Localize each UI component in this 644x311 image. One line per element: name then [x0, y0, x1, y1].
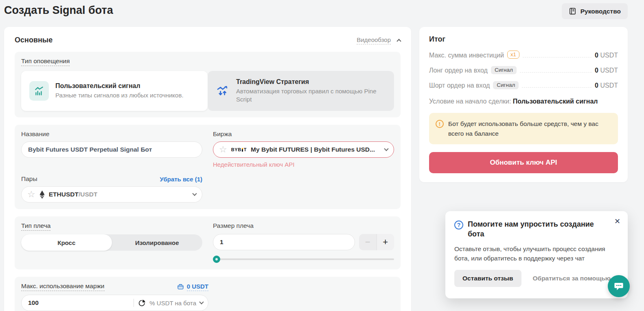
guide-book-icon	[569, 7, 576, 15]
bot-name-field	[21, 141, 202, 158]
balance-warning-banner: ! Бот будет использовать больше средств,…	[429, 113, 618, 144]
close-icon[interactable]: ✕	[614, 217, 620, 226]
summary-row-short-order: Шорт ордер на вход Сигнал 0 USDT	[429, 81, 618, 89]
field-divider	[134, 299, 134, 307]
feedback-popup: ✕ ? Помогите нам упростить создание бота…	[445, 211, 628, 298]
margin-usage-label: Макс. использование маржи	[21, 282, 105, 291]
alert-option-title: Пользовательский сигнал	[55, 82, 184, 90]
clear-all-pairs-link[interactable]: Убрать все (1)	[160, 176, 203, 183]
signal-badge: Сигнал	[491, 66, 517, 74]
question-circle-icon: ?	[454, 221, 463, 229]
feedback-title: Помогите нам упростить создание бота	[468, 219, 607, 239]
leverage-stepper: − +	[359, 234, 394, 250]
section-title: Основные	[15, 36, 53, 44]
margin-unit-select[interactable]: % USDT на бота	[138, 299, 203, 307]
alert-type-section: Тип оповещения Пользовательский сигнал Р…	[15, 52, 401, 117]
pairs-field-label: Пары	[21, 175, 37, 183]
slider-track[interactable]	[213, 258, 394, 260]
leverage-size-label: Размер плеча	[213, 222, 254, 230]
margin-usage-field: % USDT на бота	[21, 295, 208, 311]
name-field-label: Название	[21, 130, 49, 138]
exchange-select-value: My Bybit FUTURES | Bybit Futures USD...	[251, 146, 375, 153]
dotted-leader	[522, 87, 591, 88]
main-card-header: Основные Видеообзор	[15, 36, 401, 44]
available-balance-link[interactable]: 0 USDT	[177, 283, 208, 291]
favorite-star-icon[interactable]: ☆	[27, 190, 35, 199]
tradingview-strategy-icon	[216, 84, 230, 97]
summary-row-long-order: Лонг ордер на вход Сигнал 0 USDT	[429, 66, 618, 74]
summary-row-max-investment: Макс. сумма инвестиций x1 0 USDT	[429, 51, 618, 59]
deal-start-condition: Условие на начало сделки: Пользовательск…	[429, 97, 618, 106]
available-balance-value[interactable]: 0 USDT	[187, 283, 208, 291]
warning-text: Бот будет использовать больше средств, ч…	[448, 119, 611, 138]
chevron-down-icon	[192, 191, 197, 196]
summary-card: Итог Макс. сумма инвестиций x1 0 USDT Ло…	[419, 27, 628, 182]
collapse-chevron-up-icon[interactable]	[396, 39, 401, 43]
warning-icon: !	[436, 120, 444, 128]
get-help-button[interactable]: Обратиться за помощью	[533, 275, 611, 282]
pair-select-value: ETHUSDT/USDT	[49, 191, 98, 198]
feedback-body-text: Оставьте отзыв, чтобы улучшить процесс с…	[454, 245, 619, 263]
alert-type-option-tradingview[interactable]: TradingView Стратегия Автоматизация торг…	[208, 71, 394, 111]
leverage-type-label: Тип плеча	[21, 222, 50, 231]
bybit-logo: BYBT	[231, 147, 247, 152]
leverage-size-input[interactable]	[220, 238, 348, 246]
leverage-cross-option[interactable]: Кросс	[21, 234, 112, 251]
wallet-icon	[177, 283, 184, 290]
support-chat-button[interactable]	[608, 275, 630, 297]
summary-title: Итог	[429, 35, 618, 44]
slider-thumb[interactable]	[213, 256, 220, 263]
alert-option-title: TradingView Стратегия	[236, 78, 386, 86]
margin-section: Макс. использование маржи 0 USDT	[15, 277, 401, 311]
pair-select[interactable]: ☆ ETHUSDT/USDT	[21, 186, 202, 203]
leverage-decrease-button[interactable]: −	[359, 234, 377, 250]
exchange-field-label: Биржа	[213, 130, 232, 138]
leverage-increase-button[interactable]: +	[377, 234, 394, 250]
video-overview-link[interactable]: Видеообзор	[357, 36, 391, 44]
leverage-type-toggle: Кросс Изолированое	[21, 234, 202, 251]
alert-type-label: Тип оповещения	[21, 57, 70, 66]
dotted-leader	[520, 72, 591, 73]
guide-button[interactable]: Руководство	[562, 3, 628, 19]
multiplier-badge: x1	[507, 51, 519, 59]
leverage-size-field	[213, 234, 355, 250]
margin-unit-value: % USDT на бота	[149, 300, 196, 307]
alert-option-desc: Разные типы сигналов из любых источников…	[55, 91, 184, 99]
leverage-slider[interactable]	[213, 256, 394, 263]
leave-review-button[interactable]: Оставить отзыв	[454, 270, 521, 287]
alert-type-option-custom-signal[interactable]: Пользовательский сигнал Разные типы сигн…	[21, 71, 208, 111]
pie-chart-icon	[138, 299, 146, 307]
signal-badge: Сигнал	[493, 81, 519, 89]
favorite-star-icon[interactable]: ☆	[219, 145, 227, 154]
update-api-key-button[interactable]: Обновить ключ API	[429, 152, 618, 173]
chevron-down-icon	[199, 300, 204, 304]
bybit-logo-i-icon	[242, 148, 243, 152]
exchange-select[interactable]: ☆ BYBT My Bybit FUTURES | Bybit Futures …	[213, 141, 394, 158]
chevron-down-icon	[384, 146, 388, 151]
leverage-section: Тип плеча Кросс Изолированое Размер плеч…	[15, 216, 401, 269]
leverage-isolated-option[interactable]: Изолированое	[112, 234, 203, 251]
name-exchange-pairs-section: Название Биржа ☆ BYBT My Bybit FUTURES |…	[15, 125, 401, 209]
api-key-error-text: Недействительный ключ API	[213, 161, 394, 168]
bot-name-input[interactable]	[28, 146, 195, 153]
alert-option-desc: Автоматизация торговых правил с помощью …	[236, 87, 386, 104]
chat-bubble-icon	[613, 281, 624, 291]
bot-settings-card: Основные Видеообзор Тип оповещения	[4, 27, 411, 311]
dotted-leader	[523, 57, 591, 57]
ethereum-icon	[39, 190, 45, 199]
page-title: Создать Signal бота	[4, 4, 113, 17]
custom-signal-chart-icon	[29, 81, 49, 101]
margin-usage-input[interactable]	[28, 299, 131, 307]
guide-button-label: Руководство	[580, 8, 621, 15]
